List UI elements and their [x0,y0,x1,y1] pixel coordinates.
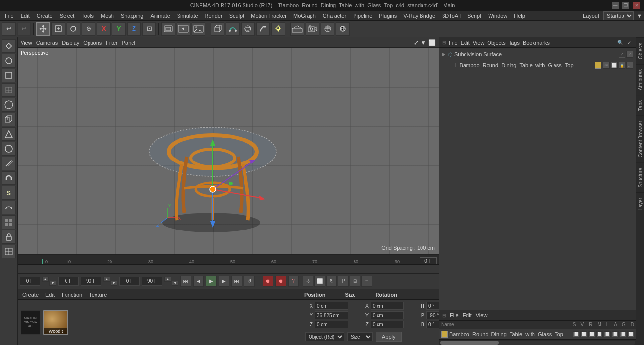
preview-start-input[interactable] [119,277,140,286]
prop-icon-4[interactable]: ⬜ [596,331,603,337]
menu-create[interactable]: Create [34,12,56,20]
axis-y-button[interactable]: Y [112,22,126,36]
sidebar-btn-grid[interactable] [2,215,16,229]
preview-spin-down[interactable]: ▼ [172,281,178,286]
anim-btn-move[interactable]: ⊹ [303,276,313,287]
obj-menu-edit[interactable]: Edit [461,40,470,46]
vp-move-icon[interactable]: ⤢ [414,39,419,46]
obj-menu-bookmarks[interactable]: Bookmarks [523,40,550,46]
vtab-content-browser[interactable]: Content Browser [636,115,644,162]
size-mode-dropdown[interactable]: Size Scale [347,332,373,341]
transform-button[interactable]: ⊕ [82,22,95,36]
endframe-spin-up[interactable]: ▲ [103,277,110,282]
prop-icon-2[interactable]: ⬜ [580,331,587,337]
frame-spin-down[interactable]: ▼ [49,281,56,286]
axis-x-button[interactable]: X [97,22,111,36]
menu-sculpt[interactable]: Sculpt [226,12,247,20]
scale-tool-button[interactable] [51,22,65,36]
end-frame-input[interactable] [81,277,101,286]
prop-icon-7[interactable]: ⬜ [620,331,626,337]
sidebar-btn-4[interactable] [2,83,16,97]
scroll-thumb[interactable] [440,341,499,345]
z-size-input[interactable] [371,321,404,328]
prop-icon-6[interactable]: ⬜ [612,331,619,337]
obj-menu-view[interactable]: View [473,40,485,46]
menu-3dtoall[interactable]: 3DToAll [439,12,464,20]
prop-menu-edit[interactable]: Edit [463,312,472,318]
preview-end-input[interactable] [142,277,162,286]
frame-spin-up[interactable]: ▲ [42,277,49,282]
prop-color-swatch[interactable] [441,331,448,338]
menu-edit[interactable]: Edit [18,12,33,20]
vtab-structure[interactable]: Structure [636,162,644,193]
bamboo-vis-icon[interactable]: 👁 [603,62,610,69]
mat-menu-edit[interactable]: Edit [44,291,57,299]
anim-btn-list[interactable]: ≡ [361,276,372,287]
vtab-layer[interactable]: Layer [636,192,644,215]
prop-menu-file[interactable]: File [450,312,459,318]
vtab-tabs[interactable]: Tabs [636,95,644,115]
sidebar-btn-polygon[interactable] [2,69,16,82]
bamboo-lock-icon[interactable]: 🔒 [619,62,625,69]
menu-select[interactable]: Select [57,12,78,20]
camera-button[interactable] [306,22,319,36]
subdiv-expand-icon[interactable]: ▶ [442,52,447,57]
prop-icon-1[interactable]: ⬜ [573,331,579,337]
vtab-attributes[interactable]: Attributes [636,64,644,95]
key-options-button[interactable]: ? [288,276,299,287]
sidebar-btn-magnet[interactable] [2,171,16,185]
sidebar-btn-1[interactable] [2,39,16,53]
light-button[interactable] [271,22,285,36]
nurbs-button[interactable] [241,22,255,36]
menu-script[interactable]: Script [465,12,484,20]
sidebar-btn-s[interactable]: S [2,186,16,200]
obj-menu-tags[interactable]: Tags [509,40,520,46]
vp-full-icon[interactable]: ⬜ [428,39,436,46]
apply-button[interactable]: Apply [376,332,402,342]
panel-check-icon[interactable]: ✓ [625,39,633,46]
sidebar-btn-lock[interactable] [2,230,16,244]
menu-mesh[interactable]: Mesh [98,12,117,20]
sky-button[interactable] [321,22,334,36]
vp-menu-options[interactable]: Options [83,40,102,46]
subdiv-vis-icon[interactable]: ✓ [619,51,625,58]
menu-vray[interactable]: V-Ray Bridge [400,12,438,20]
prop-icon-3[interactable]: ⬜ [588,331,595,337]
close-button[interactable]: ✕ [633,2,640,9]
obj-menu-objects[interactable]: Objects [487,40,505,46]
deformer-button[interactable] [256,22,270,36]
sidebar-btn-8[interactable] [2,142,16,156]
sidebar-btn-sculpt[interactable] [2,201,16,214]
render-region-button[interactable] [161,22,175,36]
sidebar-btn-grid2[interactable] [2,245,16,258]
sidebar-btn-2[interactable] [2,54,16,68]
play-button[interactable]: ▶ [206,276,217,287]
loop-button[interactable]: ↺ [244,276,255,287]
vp-menu-cameras[interactable]: Cameras [36,40,58,46]
frame-counter-input[interactable] [420,257,437,264]
properties-object-row[interactable]: Bamboo_Round_Dining_Table_with_Glass_Top… [439,329,636,339]
prop-menu-view[interactable]: View [476,312,488,318]
vp-menu-view[interactable]: View [21,40,32,46]
cube-button[interactable] [211,22,224,36]
window-controls[interactable]: — ❐ ✕ [612,2,640,9]
endframe-spin-down[interactable]: ▼ [111,281,117,286]
menu-character[interactable]: Character [320,12,349,20]
start-frame-input[interactable] [58,277,79,286]
prev-frame-button[interactable]: ◀ [193,276,204,287]
object-button[interactable] [336,22,350,36]
vp-menu-panel[interactable]: Panel [122,40,135,46]
anim-btn-grid3[interactable]: ⊞ [350,276,360,287]
render-pic-viewer-button[interactable] [192,22,205,36]
move-tool-button[interactable] [36,22,50,36]
tree-row-subdivision[interactable]: ▶ ⬡ Subdivision Surface ✓ ✓ [440,49,635,60]
goto-start-button[interactable]: ⏮ [180,276,191,287]
x-size-input[interactable] [371,302,404,310]
render-view-button[interactable] [177,22,190,36]
sidebar-btn-7[interactable] [2,127,16,141]
prop-icon-5[interactable]: ⬜ [604,331,611,337]
floor-button[interactable] [290,22,304,36]
coord-system-button[interactable]: ⊡ [142,22,156,36]
sidebar-btn-subdiv[interactable] [2,98,16,112]
undo-button[interactable]: ↩ [2,22,16,36]
